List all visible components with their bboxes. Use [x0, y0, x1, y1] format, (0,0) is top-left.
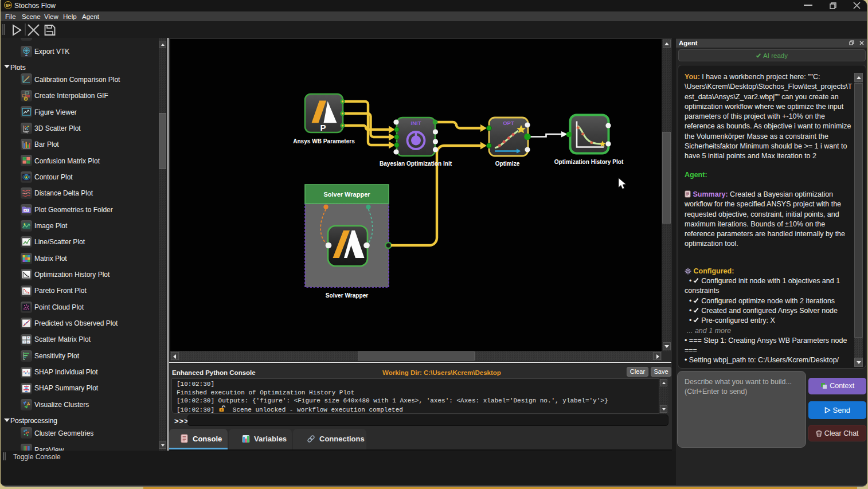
svg-text:P: P — [320, 123, 326, 132]
svg-text:OPT: OPT — [503, 120, 514, 126]
svg-text:TN: TN — [28, 161, 30, 163]
svg-text:Solver Wrapper: Solver Wrapper — [326, 292, 368, 299]
svg-text:Ansys WB Parameters: Ansys WB Parameters — [293, 138, 355, 144]
svg-text:Bayesian Optimization Init: Bayesian Optimization Init — [380, 161, 452, 167]
svg-text:INIT: INIT — [411, 120, 421, 126]
svg-text:TP: TP — [24, 158, 26, 160]
svg-text:Solver Wrapper: Solver Wrapper — [323, 191, 370, 198]
svg-text:Optimize: Optimize — [495, 161, 520, 167]
svg-text:Optimization History Plot: Optimization History Plot — [554, 159, 624, 165]
